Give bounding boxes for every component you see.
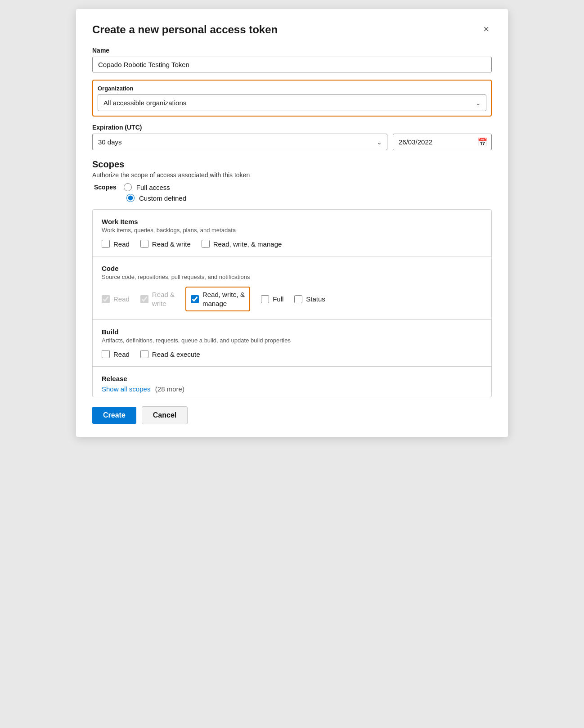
expiration-date-input[interactable] [393, 134, 492, 150]
full-access-radio-label[interactable]: Full access [124, 183, 170, 191]
expiration-date-wrapper: 📅 [393, 134, 492, 150]
create-token-modal: Create a new personal access token × Nam… [76, 9, 508, 437]
build-execute-label: Read & execute [152, 351, 200, 358]
full-access-radio[interactable] [124, 183, 132, 191]
name-input[interactable] [92, 57, 492, 72]
scopes-label: Scopes [94, 184, 117, 191]
release-section: Release Show all scopes (28 more) [93, 367, 491, 397]
modal-title: Create a new personal access token [92, 23, 278, 36]
expiration-days-select[interactable]: 30 days 60 days 90 days Custom [92, 134, 387, 150]
code-full-checkbox[interactable] [261, 295, 269, 303]
code-read-checkbox [102, 295, 110, 303]
work-items-read-label: Read [113, 240, 130, 248]
scopes-title: Scopes [92, 159, 492, 170]
code-readwrite-option: Read &write [140, 290, 175, 308]
work-items-readwrite-option[interactable]: Read & write [140, 240, 191, 248]
scopes-section: Scopes Authorize the scope of access ass… [92, 159, 492, 202]
code-options: Read Read &write Read, write, &manage Fu… [102, 287, 482, 311]
code-full-option[interactable]: Full [261, 295, 283, 303]
modal-header: Create a new personal access token × [92, 23, 492, 36]
action-row: Create Cancel [92, 406, 492, 424]
code-status-label: Status [306, 295, 325, 303]
code-manage-checkbox[interactable] [191, 295, 199, 303]
build-read-option[interactable]: Read [102, 350, 130, 358]
build-section: Build Artifacts, definitions, requests, … [93, 320, 491, 367]
build-options: Read Read & execute [102, 350, 482, 358]
expiration-field-group: Expiration (UTC) 30 days 60 days 90 days… [92, 124, 492, 150]
code-status-checkbox[interactable] [294, 295, 302, 303]
build-read-checkbox[interactable] [102, 350, 110, 358]
work-items-manage-option[interactable]: Read, write, & manage [202, 240, 282, 248]
expiration-label: Expiration (UTC) [92, 124, 492, 131]
name-field-group: Name [92, 47, 492, 72]
build-execute-checkbox[interactable] [140, 350, 148, 358]
work-items-readwrite-label: Read & write [152, 240, 191, 248]
custom-defined-radio-label[interactable]: Custom defined [126, 194, 492, 202]
custom-defined-radio[interactable] [126, 194, 135, 202]
code-section: Code Source code, repositories, pull req… [93, 256, 491, 320]
name-label: Name [92, 47, 492, 54]
build-read-label: Read [113, 351, 130, 358]
work-items-readwrite-checkbox[interactable] [140, 240, 148, 248]
expiration-row: 30 days 60 days 90 days Custom ⌄ 📅 [92, 134, 492, 150]
scopes-radios: Scopes Full access Custom defined [94, 183, 492, 202]
work-items-options: Read Read & write Read, write, & manage [102, 240, 482, 248]
code-read-option: Read [102, 295, 130, 303]
code-readwrite-checkbox [140, 295, 148, 303]
cancel-button[interactable]: Cancel [142, 406, 188, 424]
create-button[interactable]: Create [92, 407, 136, 424]
code-read-label: Read [113, 295, 130, 303]
work-items-title: Work Items [102, 218, 482, 225]
code-title: Code [102, 265, 482, 272]
organization-field-wrapper: Organization All accessible organization… [92, 80, 492, 117]
code-manage-option[interactable]: Read, write, &manage [185, 287, 250, 311]
code-description: Source code, repositories, pull requests… [102, 274, 482, 280]
custom-defined-label: Custom defined [139, 194, 186, 202]
close-button[interactable]: × [481, 23, 492, 35]
organization-label: Organization [98, 85, 486, 92]
organization-select[interactable]: All accessible organizations [98, 94, 486, 111]
organization-select-wrapper: All accessible organizations ⌄ [98, 94, 486, 111]
work-items-section: Work Items Work items, queries, backlogs… [93, 210, 491, 256]
work-items-read-option[interactable]: Read [102, 240, 130, 248]
build-title: Build [102, 328, 482, 336]
work-items-manage-label: Read, write, & manage [213, 240, 282, 248]
code-readwrite-label: Read &write [152, 290, 175, 308]
full-access-label: Full access [136, 184, 170, 191]
expiration-days-wrapper: 30 days 60 days 90 days Custom ⌄ [92, 134, 387, 150]
custom-defined-row: Custom defined [126, 194, 492, 202]
code-manage-label: Read, write, &manage [202, 290, 245, 308]
scopes-panel: Work Items Work items, queries, backlogs… [92, 209, 492, 397]
build-execute-option[interactable]: Read & execute [140, 350, 200, 358]
show-all-more-count: (28 more) [155, 385, 184, 393]
release-title: Release [102, 375, 482, 382]
code-full-label: Full [273, 295, 283, 303]
scopes-subtitle: Authorize the scope of access associated… [92, 171, 492, 179]
work-items-manage-checkbox[interactable] [202, 240, 210, 248]
build-description: Artifacts, definitions, requests, queue … [102, 337, 482, 344]
scopes-radio-row: Scopes Full access [94, 183, 492, 191]
work-items-read-checkbox[interactable] [102, 240, 110, 248]
show-all-row: Show all scopes (28 more) [102, 385, 482, 393]
work-items-description: Work items, queries, backlogs, plans, an… [102, 227, 482, 234]
code-status-option[interactable]: Status [294, 295, 325, 303]
show-all-scopes-link[interactable]: Show all scopes [102, 385, 150, 393]
